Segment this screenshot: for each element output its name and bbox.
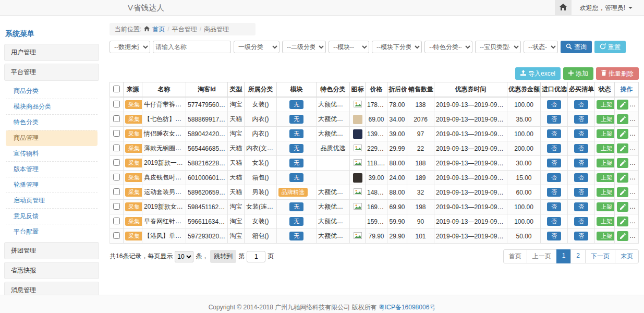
edit-button[interactable]: [617, 202, 628, 212]
must-buy-toggle[interactable]: 否: [574, 129, 588, 138]
module-none-badge[interactable]: 无: [289, 232, 303, 240]
status-badge[interactable]: 上架: [597, 100, 615, 109]
page-末页[interactable]: 末页: [615, 249, 639, 263]
per-page-select[interactable]: 10: [175, 251, 193, 262]
must-buy-toggle[interactable]: 否: [574, 115, 588, 124]
edit-button[interactable]: [617, 158, 628, 168]
sidebar-item-商品管理[interactable]: 商品管理: [6, 130, 98, 146]
sidebar-item-意见反馈[interactable]: 意见反馈: [6, 209, 98, 224]
page-下一页[interactable]: 下一页: [585, 249, 615, 263]
page-首页[interactable]: 首页: [503, 249, 527, 263]
filter-select-宝贝类型[interactable]: --宝贝类型--: [475, 41, 521, 53]
import-select-toggle[interactable]: 否: [547, 188, 561, 197]
page-2[interactable]: 2: [570, 249, 586, 263]
row-checkbox[interactable]: [113, 203, 120, 210]
import-select-toggle[interactable]: 否: [547, 115, 561, 124]
import-select-toggle[interactable]: 否: [547, 232, 561, 240]
sidebar-item-商品分类[interactable]: 商品分类: [6, 83, 98, 99]
page-上一页[interactable]: 上一页: [527, 249, 557, 263]
module-none-badge[interactable]: 无: [289, 129, 303, 138]
edit-button[interactable]: [617, 100, 628, 110]
row-checkbox[interactable]: [113, 115, 120, 122]
edit-button[interactable]: [617, 143, 628, 153]
import-select-toggle[interactable]: 否: [547, 202, 561, 211]
status-badge[interactable]: 上架: [597, 129, 615, 138]
must-buy-toggle[interactable]: 否: [574, 202, 588, 211]
import-select-toggle[interactable]: 否: [547, 159, 561, 167]
import-select-toggle[interactable]: 否: [547, 100, 561, 109]
status-badge[interactable]: 上架: [597, 144, 615, 153]
sidebar-item-模块商品分类[interactable]: 模块商品分类: [6, 99, 98, 115]
import-select-toggle[interactable]: 否: [547, 129, 561, 138]
import-select-toggle[interactable]: 否: [547, 217, 561, 226]
sidebar-group-拼团管理[interactable]: 拼团管理: [4, 242, 99, 259]
row-checkbox[interactable]: [113, 130, 120, 137]
jump-button[interactable]: 跳转到: [210, 250, 236, 263]
must-buy-toggle[interactable]: 否: [574, 232, 588, 240]
filter-select-模块下分类[interactable]: --模块下分类--: [372, 41, 422, 53]
filter-select-一级分类[interactable]: 一级分类: [234, 41, 280, 53]
sidebar-item-平台配置[interactable]: 平台配置: [6, 224, 98, 239]
filter-select-二级分类[interactable]: --二级分类--: [282, 41, 326, 53]
sidebar-item-版本管理[interactable]: 版本管理: [6, 162, 98, 177]
import-excel-button[interactable]: 导入excel: [515, 67, 561, 80]
module-none-badge[interactable]: 无: [289, 115, 303, 124]
import-select-toggle[interactable]: 否: [547, 144, 561, 153]
edit-button[interactable]: [617, 129, 628, 139]
search-name-input[interactable]: [153, 41, 231, 53]
must-buy-toggle[interactable]: 否: [574, 159, 588, 167]
sidebar-item-启动页管理[interactable]: 启动页管理: [6, 193, 98, 209]
status-badge[interactable]: 上架: [597, 188, 615, 197]
edit-button[interactable]: [617, 187, 628, 197]
batch-delete-button[interactable]: 批量删除: [596, 67, 639, 80]
module-none-badge[interactable]: 无: [289, 217, 303, 226]
add-button[interactable]: 添加: [563, 67, 593, 80]
edit-button[interactable]: [617, 216, 628, 226]
status-badge[interactable]: 上架: [597, 217, 615, 226]
status-badge[interactable]: 上架: [597, 173, 615, 182]
module-none-badge[interactable]: 无: [289, 202, 303, 211]
sidebar-item-轮播管理[interactable]: 轮播管理: [6, 177, 98, 193]
jump-page-input[interactable]: [247, 251, 265, 262]
filter-select-数据来源[interactable]: --数据来源--: [110, 41, 150, 53]
breadcrumb-item-platform[interactable]: 平台管理: [172, 23, 197, 35]
row-checkbox[interactable]: [113, 159, 120, 166]
module-none-badge[interactable]: 无: [289, 173, 303, 182]
sidebar-group-platform[interactable]: 平台管理: [4, 64, 99, 81]
row-checkbox[interactable]: [113, 145, 120, 151]
module-none-badge[interactable]: 无: [289, 144, 303, 153]
user-menu[interactable]: 欢迎您，管理员!: [572, 4, 644, 13]
breadcrumb-home-link[interactable]: 首页: [152, 23, 165, 35]
edit-button[interactable]: [617, 231, 628, 241]
import-select-toggle[interactable]: 否: [547, 173, 561, 182]
filter-select-模块[interactable]: --模块--: [329, 41, 369, 53]
row-checkbox[interactable]: [113, 101, 120, 107]
edit-button[interactable]: [617, 114, 628, 124]
select-all-checkbox[interactable]: [113, 86, 120, 92]
status-badge[interactable]: 上架: [597, 159, 615, 167]
home-button[interactable]: [555, 0, 572, 16]
filter-select-状态[interactable]: --状态--: [524, 41, 558, 53]
filter-select-特色分类[interactable]: --特色分类--: [424, 41, 472, 53]
module-none-badge[interactable]: 无: [289, 159, 303, 167]
status-badge[interactable]: 上架: [597, 232, 615, 240]
sidebar-group-省惠快报[interactable]: 省惠快报: [4, 262, 99, 279]
reset-button[interactable]: 重置: [594, 41, 626, 53]
must-buy-toggle[interactable]: 否: [574, 188, 588, 197]
row-checkbox[interactable]: [113, 232, 120, 239]
must-buy-toggle[interactable]: 否: [574, 100, 588, 109]
status-badge[interactable]: 上架: [597, 115, 615, 124]
sidebar-item-宣传物料[interactable]: 宣传物料: [6, 146, 98, 162]
page-1[interactable]: 1: [556, 249, 572, 263]
edit-button[interactable]: [617, 173, 628, 183]
query-button[interactable]: 查询: [561, 41, 592, 53]
must-buy-toggle[interactable]: 否: [574, 173, 588, 182]
row-checkbox[interactable]: [113, 188, 120, 195]
must-buy-toggle[interactable]: 否: [574, 144, 588, 153]
sidebar-group-users[interactable]: 用户管理: [4, 44, 99, 61]
must-buy-toggle[interactable]: 否: [574, 217, 588, 226]
status-badge[interactable]: 上架: [597, 202, 615, 211]
row-checkbox[interactable]: [113, 218, 120, 224]
icp-link[interactable]: 粤ICP备16098006号: [379, 304, 435, 311]
module-none-badge[interactable]: 无: [289, 100, 303, 109]
